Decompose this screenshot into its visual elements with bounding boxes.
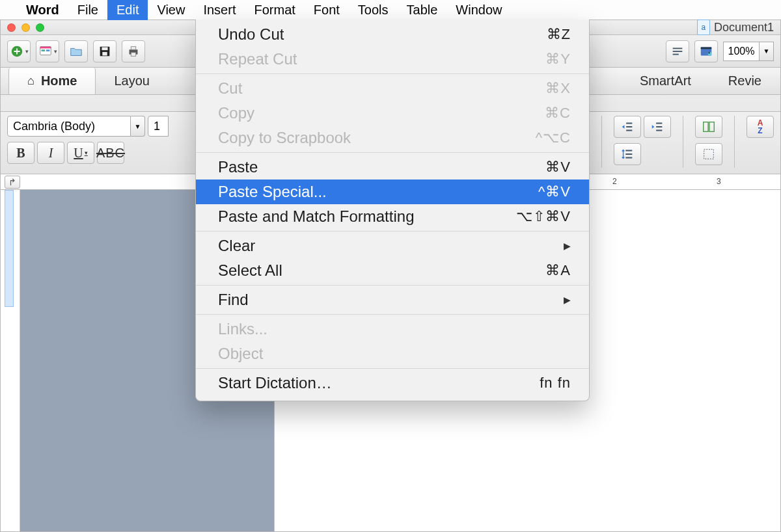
menubar-item-insert[interactable]: Insert (194, 0, 245, 20)
print-button[interactable] (122, 40, 145, 62)
window-traffic-lights (7, 23, 44, 32)
window-minimize-button[interactable] (21, 23, 30, 32)
menubar-item-table[interactable]: Table (398, 0, 447, 20)
submenu-arrow-icon: ▶ (564, 241, 571, 251)
menubar-item-file[interactable]: File (68, 0, 107, 20)
zoom-control[interactable]: ▼ (723, 42, 774, 61)
ribbon-separator (683, 116, 683, 168)
menubar-item-tools[interactable]: Tools (349, 0, 398, 20)
edit-menu-item-paste[interactable]: Paste⌘V (196, 155, 589, 180)
ribbon-tab-label: Revie (728, 73, 761, 88)
menu-separator (196, 231, 589, 232)
media-browser-button[interactable] (694, 40, 718, 62)
media-icon (699, 44, 713, 59)
strike-label: ABC (96, 146, 125, 161)
ribbon-tab-smartart[interactable]: SmartArt (622, 68, 710, 94)
submenu-arrow-icon: ▶ (564, 295, 571, 305)
ruler-mark: 3 (717, 177, 721, 186)
menu-separator (196, 152, 589, 153)
svg-rect-9 (131, 46, 135, 49)
font-size-combo[interactable] (148, 116, 169, 137)
columns-button[interactable] (695, 116, 722, 138)
menu-item-label: Start Dictation… (218, 374, 332, 392)
menu-item-shortcut: ⌘C (545, 105, 571, 122)
tab-selector-button[interactable]: ↱ (5, 176, 20, 189)
sort-az-icon-2: Z (758, 127, 762, 135)
menu-separator (196, 73, 589, 74)
menu-separator (196, 368, 589, 369)
increase-indent-button[interactable] (644, 116, 671, 138)
ribbon-separator (734, 116, 735, 168)
mac-menubar: Word File Edit View Insert Format Font T… (0, 0, 781, 20)
increase-indent-icon (650, 120, 665, 134)
new-document-button[interactable] (7, 40, 31, 62)
edit-menu-item-cut: Cut⌘X (196, 76, 589, 101)
font-name-combo[interactable]: ▼ (7, 116, 145, 137)
printer-icon (126, 44, 141, 59)
menu-item-shortcut: ^⌥C (536, 129, 571, 146)
menu-item-shortcut: fn fn (540, 375, 571, 392)
menubar-app-name[interactable]: Word (17, 0, 68, 20)
menu-item-label: Select All (218, 261, 282, 280)
menu-item-label: Links... (218, 320, 267, 338)
svg-rect-15 (701, 47, 712, 49)
menubar-item-view[interactable]: View (148, 0, 194, 20)
sort-button[interactable]: A Z (747, 116, 774, 138)
svg-rect-3 (41, 49, 45, 51)
folder-open-icon (69, 44, 83, 59)
document-title: Document1 (714, 21, 774, 34)
line-spacing-button[interactable] (614, 143, 641, 165)
window-maximize-button[interactable] (36, 23, 44, 32)
ribbon-tab-home[interactable]: ⌂ Home (8, 68, 96, 94)
edit-menu-item-start-dictation[interactable]: Start Dictation…fn fn (196, 371, 589, 395)
zoom-dropdown-arrow[interactable]: ▼ (760, 42, 774, 61)
edit-menu-item-paste-and-match-formatting[interactable]: Paste and Match Formatting⌥⇧⌘V (196, 204, 589, 229)
svg-rect-6 (102, 47, 107, 50)
edit-menu-item-find[interactable]: Find▶ (196, 287, 589, 312)
save-button[interactable] (93, 40, 116, 62)
font-name-dropdown-arrow[interactable]: ▼ (131, 116, 145, 137)
ribbon-tab-layout[interactable]: Layou (96, 68, 169, 94)
menu-item-label: Find (218, 291, 249, 309)
font-name-input[interactable] (7, 116, 131, 137)
ribbon-tab-label: Home (41, 73, 77, 88)
ribbon-separator (601, 116, 602, 168)
menu-item-label: Copy (218, 104, 254, 122)
menubar-item-edit[interactable]: Edit (107, 0, 148, 20)
menu-item-shortcut: ⌘Z (547, 26, 571, 43)
menubar-item-format[interactable]: Format (245, 0, 304, 20)
ruler-mark: 2 (612, 177, 617, 186)
edit-menu-item-select-all[interactable]: Select All⌘A (196, 258, 589, 283)
edit-menu-item-clear[interactable]: Clear▶ (196, 233, 589, 258)
open-button[interactable] (64, 40, 88, 62)
underline-button[interactable]: U (67, 142, 94, 164)
font-size-input[interactable] (148, 116, 169, 137)
menu-separator (196, 285, 589, 286)
edit-menu-item-undo-cut[interactable]: Undo Cut⌘Z (196, 22, 589, 47)
ribbon-tab-review[interactable]: Revie (710, 68, 780, 94)
menubar-item-font[interactable]: Font (305, 0, 349, 20)
svg-rect-10 (131, 52, 135, 56)
zoom-input[interactable] (723, 42, 760, 61)
edit-menu-item-repeat-cut: Repeat Cut⌘Y (196, 47, 589, 72)
menu-separator (196, 314, 589, 315)
ribbon-tab-label: SmartArt (640, 73, 691, 88)
svg-rect-4 (46, 49, 49, 51)
decrease-indent-button[interactable] (614, 116, 641, 138)
templates-button[interactable] (36, 40, 59, 62)
menu-item-label: Clear (218, 237, 255, 255)
svg-rect-17 (704, 122, 708, 132)
window-close-button[interactable] (7, 23, 16, 32)
strikethrough-button[interactable]: ABC (97, 142, 124, 164)
svg-rect-19 (704, 150, 714, 159)
templates-icon (38, 44, 53, 59)
menu-item-label: Repeat Cut (218, 50, 297, 68)
bold-button[interactable]: B (7, 142, 34, 164)
borders-button[interactable] (695, 143, 722, 165)
menubar-item-window[interactable]: Window (446, 0, 511, 20)
vertical-ruler[interactable] (1, 190, 20, 531)
edit-menu-item-paste-special[interactable]: Paste Special...^⌘V (196, 180, 589, 204)
italic-button[interactable]: I (37, 142, 64, 164)
home-icon: ⌂ (27, 74, 34, 88)
show-hide-button[interactable] (666, 40, 689, 62)
